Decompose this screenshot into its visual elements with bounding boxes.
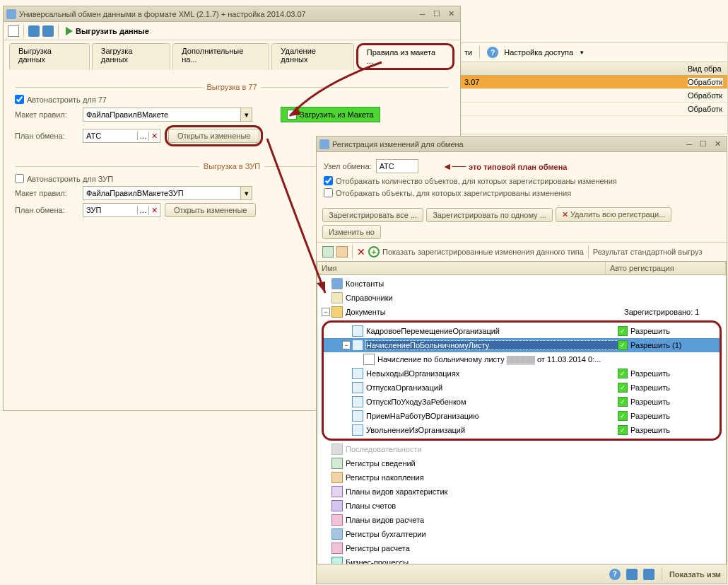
plan-input-77[interactable]: АТС … ✕: [83, 129, 160, 143]
close-button[interactable]: ✕: [445, 9, 457, 19]
doc-icon: [352, 424, 363, 436]
rules-dropdown-77[interactable]: ФайлаПравилВМакете ▾: [83, 108, 252, 122]
close-icon[interactable]: ✕: [357, 246, 365, 257]
show-count-checkbox[interactable]: Отображать количество объектов, для кото…: [324, 176, 617, 185]
doc-icon: [352, 396, 363, 407]
exchange-node-input[interactable]: АТС: [376, 159, 418, 173]
standard-export-result-link[interactable]: Результат стандартной выгруз: [593, 248, 703, 256]
help-icon[interactable]: ?: [609, 569, 621, 580]
open-changes-button-zup[interactable]: Открыть измененые: [165, 203, 256, 217]
bg-row-selected[interactable]: 3.07 Обработк: [460, 76, 727, 89]
background-panel: ти ? Настройка доступа ▼ Вид обра 3.07 О…: [459, 42, 728, 134]
tree-doc-row[interactable]: ОтпускПоУходуЗаРебенком✓Разрешить: [324, 395, 720, 409]
autoconf-zup-checkbox[interactable]: Автонастроить для ЗУП: [15, 174, 113, 183]
app-icon: [6, 9, 16, 19]
column-name[interactable]: Имя: [317, 262, 606, 274]
chevron-down-icon[interactable]: ▾: [240, 187, 252, 199]
annotation-text: ◄── это типовой план обмена: [442, 161, 568, 172]
tree-doc-row[interactable]: НевыходыВОрганизациях✓Разрешить: [324, 366, 720, 381]
tab-bar: Выгрузка данных Загрузка данных Дополнит…: [4, 40, 460, 70]
ellipsis-button[interactable]: …: [137, 132, 148, 140]
minimize-button[interactable]: ─: [683, 139, 695, 149]
window-registration: Регистрация изменений для обмена ─ ☐ ✕ У…: [316, 136, 727, 584]
tool-icon-2[interactable]: [42, 25, 54, 37]
bg-row[interactable]: Обработк: [460, 103, 727, 116]
show-changes-button[interactable]: Показать изм: [669, 570, 721, 579]
plan-input-zup[interactable]: ЗУП … ✕: [83, 203, 160, 217]
tree-doc-row[interactable]: КадровоеПеремещениеОрганизаций✓Разрешить: [324, 324, 720, 338]
column-auto[interactable]: Авто регистрация: [606, 262, 726, 274]
expander[interactable]: −: [342, 341, 351, 349]
tool-icon-1[interactable]: [28, 25, 40, 37]
check-icon: ✓: [618, 383, 628, 393]
register-one-button[interactable]: Зарегистрировать по одному ...: [426, 208, 553, 222]
rules-label-zup: Макет правил:: [15, 189, 78, 197]
rules-dropdown-zup[interactable]: ФайлаПравилВМакетеЗУП ▾: [83, 186, 252, 200]
help-icon[interactable]: ?: [487, 47, 498, 58]
maximize-button[interactable]: ☐: [697, 139, 710, 149]
bg-row[interactable]: Обработк: [460, 89, 727, 103]
titlebar-2: Регистрация изменений для обмена ─ ☐ ✕: [317, 137, 727, 152]
autoconf-77-checkbox[interactable]: Автонастроить для 77: [15, 95, 107, 104]
reg-icon: [331, 458, 343, 469]
ellipsis-button[interactable]: …: [137, 206, 148, 214]
tree-doc-row[interactable]: ОтпускаОрганизаций✓Разрешить: [324, 381, 720, 395]
check-icon: ✓: [618, 369, 628, 378]
clear-button[interactable]: ✕: [148, 132, 160, 141]
doc-icon: [363, 354, 375, 365]
clear-button[interactable]: ✕: [148, 206, 160, 215]
tab-export[interactable]: Выгрузка данных: [9, 43, 90, 70]
footer-icon-1[interactable]: [626, 569, 638, 580]
page-icon[interactable]: [8, 25, 19, 37]
minimize-button[interactable]: ─: [416, 9, 429, 19]
export-data-button[interactable]: Выгрузить данные: [63, 25, 152, 37]
plan-label-zup: План обмена:: [15, 206, 78, 214]
plus-icon[interactable]: +: [368, 246, 380, 257]
tree-doc-child[interactable]: Начисление по больничному листу ▓▓▓▓▓ от…: [324, 352, 720, 366]
change-number-button[interactable]: Изменить но: [322, 225, 381, 239]
window-title: Универсальный обмен данными в формате XM…: [19, 10, 416, 18]
close-button[interactable]: ✕: [711, 139, 724, 149]
object-tree[interactable]: Константы Справочники −ДокументыЗарегист…: [317, 275, 726, 564]
maximize-button[interactable]: ☐: [430, 9, 443, 19]
tab-import[interactable]: Загрузка данных: [92, 43, 170, 70]
chevron-down-icon[interactable]: ▾: [240, 108, 252, 121]
doc-icon: [352, 368, 363, 379]
tree-doc-row-selected[interactable]: −НачислениеПоБольничномуЛисту✓Разрешить …: [324, 338, 720, 352]
seq-icon: [331, 444, 343, 455]
show-registered-link[interactable]: Показать зарегистрированные изменения да…: [382, 248, 584, 256]
load-from-layout-button[interactable]: Загрузить из Макета: [281, 107, 380, 122]
check-icon: ✓: [618, 397, 628, 407]
window-title-2: Регистрация изменений для обмена: [332, 140, 683, 149]
registration-tree-table: Имя Авто регистрация Константы Справочни…: [317, 261, 727, 565]
footer-icon-2[interactable]: [643, 569, 654, 580]
doc-icon: [352, 410, 363, 422]
plan-label-77: План обмена:: [15, 132, 78, 140]
accum-icon: [331, 472, 343, 483]
delete-all-button[interactable]: ✕ Удалить всю регистраци...: [556, 207, 671, 222]
folder-icon: [331, 306, 343, 318]
expander[interactable]: −: [322, 308, 330, 316]
exchange-node-label: Узел обмена:: [324, 162, 372, 170]
bg-access-label[interactable]: Настройка доступа: [504, 48, 573, 57]
calc-reg-icon: [331, 543, 343, 554]
tree-icon-2[interactable]: [336, 246, 348, 257]
tab-additional[interactable]: Дополнительные на...: [172, 43, 269, 70]
check-icon: ✓: [618, 425, 628, 435]
bg-column-header: Вид обра: [688, 64, 723, 73]
doc-icon: [352, 382, 363, 393]
show-objects-checkbox[interactable]: Отображать объекты, для которых зарегист…: [324, 188, 571, 197]
open-changes-button-77[interactable]: Открыть измененые: [168, 129, 259, 143]
tab-layout-rules[interactable]: Правила из макета ...: [356, 43, 454, 70]
layout-icon: [287, 110, 297, 120]
group-title-77: Выгрузка в 77: [202, 83, 261, 91]
tree-icon-1[interactable]: [322, 246, 334, 257]
register-all-button[interactable]: Зарегистрировать все ...: [322, 208, 423, 222]
bg-col-label: ти: [464, 48, 472, 57]
registration-toolbar: Зарегистрировать все ... Зарегистрироват…: [317, 204, 727, 243]
char-icon: [331, 486, 343, 497]
doc-icon: [352, 340, 363, 351]
tree-doc-row[interactable]: УвольнениеИзОрганизаций✓Разрешить: [324, 423, 720, 437]
tree-doc-row[interactable]: ПриемНаРаботуВОрганизацию✓Разрешить: [324, 409, 720, 423]
tab-delete[interactable]: Удаление данных: [271, 43, 353, 70]
